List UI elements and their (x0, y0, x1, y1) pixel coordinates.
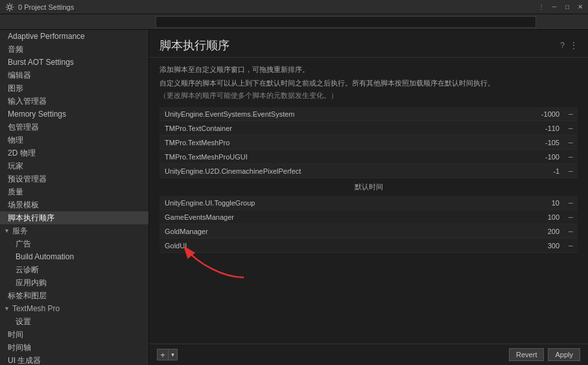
remove-script-button[interactable]: − (563, 196, 578, 210)
sidebar-item-tags-layers[interactable]: 标签和图层 (0, 289, 148, 302)
sidebar-item-preset-manager[interactable]: 预设管理器 (0, 172, 148, 185)
help-icon[interactable]: ? (560, 41, 565, 50)
description-1: 添加脚本至自定义顺序窗口，可拖拽重新排序。 (159, 64, 578, 75)
sidebar-item-ads[interactable]: 广告 (0, 237, 148, 250)
script-row-3[interactable]: TMPro.TextMeshProUGUI -100 − (159, 150, 578, 164)
apply-button[interactable]: Apply (548, 348, 580, 361)
sidebar-item-adaptive-performance[interactable]: Adaptive Performance (0, 30, 148, 43)
remove-script-button[interactable]: − (563, 150, 578, 164)
main-layout: Adaptive Performance 音频 Burst AOT Settin… (0, 30, 588, 365)
script-value: -1000 (512, 110, 563, 118)
content-header: 脚本执行顺序 ? ⋮ (149, 30, 588, 58)
minimize-icon[interactable]: ─ (549, 2, 559, 12)
script-value: 300 (512, 242, 563, 250)
sidebar-item-input-manager[interactable]: 输入管理器 (0, 95, 148, 108)
script-value: 100 (512, 213, 563, 221)
sidebar-label: 云诊断 (16, 265, 39, 276)
description-3: （更改脚本的顺序可能使多个脚本的元数据发生变化。） (159, 91, 578, 100)
sidebar-item-quality[interactable]: 质量 (0, 185, 148, 198)
description-2: 自定义顺序的脚本可以从上到下在默认时间之前或之后执行。所有其他脚本按照加载顺序在… (159, 78, 578, 89)
sidebar-label: Build Automation (16, 252, 74, 261)
sidebar-label: 预设管理器 (8, 174, 47, 185)
script-row-after-1[interactable]: GameEventsManager 100 − (159, 210, 578, 224)
script-value: -105 (512, 139, 563, 147)
sidebar: Adaptive Performance 音频 Burst AOT Settin… (0, 30, 149, 365)
script-row-2[interactable]: TMPro.TextMeshPro -105 − (159, 135, 578, 150)
sidebar-item-cloud-diagnostics[interactable]: 云诊断 (0, 263, 148, 276)
footer-actions: Revert Apply (509, 348, 580, 361)
sidebar-label: 广告 (16, 239, 31, 250)
remove-script-button[interactable]: − (563, 164, 578, 178)
sidebar-label: 玩家 (8, 161, 23, 172)
add-script-controls: + ▼ (157, 349, 178, 360)
close-icon[interactable]: ✕ (575, 2, 585, 12)
sidebar-item-memory-settings[interactable]: Memory Settings (0, 108, 148, 121)
sidebar-item-audio[interactable]: 音频 (0, 43, 148, 56)
maximize-icon[interactable]: □ (562, 2, 572, 12)
remove-script-button[interactable]: − (563, 135, 578, 150)
script-row-1[interactable]: TMPro.TextContainer -110 − (159, 121, 578, 135)
script-name: UnityEngine.EventSystems.EventSystem (159, 110, 512, 118)
script-row-after-3[interactable]: GoldUI 300 − (159, 239, 578, 253)
sidebar-item-package-manager[interactable]: 包管理器 (0, 121, 148, 134)
script-value: -110 (512, 124, 563, 132)
sidebar-item-settings[interactable]: 设置 (0, 315, 148, 328)
sidebar-item-time[interactable]: 时间 (0, 328, 148, 341)
revert-button[interactable]: Revert (509, 348, 544, 361)
search-input[interactable] (160, 18, 532, 26)
annotation-arrow (185, 245, 263, 284)
remove-script-button[interactable]: − (563, 210, 578, 224)
sidebar-label: 物理 (8, 135, 23, 146)
script-row-4[interactable]: UnityEngine.U2D.CinemachinePixelPerfect … (159, 164, 578, 178)
sidebar-item-scene-template[interactable]: 场景模板 (0, 198, 148, 211)
chevron-down-icon: ▼ (4, 305, 10, 312)
remove-script-button[interactable]: − (563, 239, 578, 253)
header-icons: ? ⋮ (560, 41, 578, 50)
sidebar-label: 脚本执行顺序 (8, 213, 54, 224)
page-title: 脚本执行顺序 (159, 38, 229, 53)
sidebar-label: UI 生成器 (8, 355, 41, 366)
sidebar-item-editor[interactable]: 编辑器 (0, 69, 148, 82)
script-value: 200 (512, 228, 563, 235)
title-bar-controls: ⋮ ─ □ ✕ (536, 0, 585, 14)
sidebar-item-player[interactable]: 玩家 (0, 159, 148, 172)
sidebar-item-physics[interactable]: 物理 (0, 134, 148, 147)
content-body: 添加脚本至自定义顺序窗口，可拖拽重新排序。 自定义顺序的脚本可以从上到下在默认时… (149, 58, 588, 344)
sidebar-item-script-execution[interactable]: 脚本执行顺序 (0, 211, 148, 224)
script-name: UnityEngine.UI.ToggleGroup (159, 199, 512, 207)
search-wrap[interactable] (156, 16, 536, 28)
default-time-header: 默认时间 (159, 178, 578, 196)
remove-script-button[interactable]: − (563, 224, 578, 239)
sidebar-label: TextMesh Pro (12, 304, 60, 313)
sidebar-group-services[interactable]: ▼ 服务 (0, 224, 148, 237)
script-row-after-2[interactable]: GoldManager 200 − (159, 224, 578, 239)
title-bar: 0 Project Settings ⋮ ─ □ ✕ (0, 0, 588, 14)
sidebar-label: 音频 (8, 44, 23, 55)
sidebar-label: 时间 (8, 329, 23, 340)
sidebar-label: Adaptive Performance (8, 32, 85, 41)
script-name: TMPro.TextMeshProUGUI (159, 153, 512, 161)
remove-script-button[interactable]: − (563, 107, 578, 121)
sidebar-item-ui-builder[interactable]: UI 生成器 (0, 354, 148, 365)
script-row-after-0[interactable]: UnityEngine.UI.ToggleGroup 10 − (159, 196, 578, 210)
sidebar-group-textmesh[interactable]: ▼ TextMesh Pro (0, 302, 148, 315)
sidebar-item-timeline[interactable]: 时间轴 (0, 341, 148, 354)
add-script-button[interactable]: + (157, 349, 169, 360)
sidebar-item-graphics[interactable]: 图形 (0, 82, 148, 95)
more-options-icon[interactable]: ⋮ (536, 2, 547, 12)
script-name: TMPro.TextMeshPro (159, 139, 512, 147)
sidebar-label: 时间轴 (8, 342, 31, 353)
content-area: 脚本执行顺序 ? ⋮ 添加脚本至自定义顺序窗口，可拖拽重新排序。 自定义顺序的脚… (149, 30, 588, 365)
remove-script-button[interactable]: − (563, 121, 578, 135)
search-bar (0, 14, 588, 30)
chevron-down-icon: ▼ (4, 228, 10, 234)
sidebar-item-build-automation[interactable]: Build Automation (0, 250, 148, 263)
sidebar-item-in-app-purchase[interactable]: 应用内购 (0, 276, 148, 289)
script-row-0[interactable]: UnityEngine.EventSystems.EventSystem -10… (159, 107, 578, 121)
add-script-dropdown[interactable]: ▼ (169, 349, 178, 360)
more-options-icon[interactable]: ⋮ (570, 41, 578, 50)
sidebar-label: 设置 (16, 316, 31, 327)
script-name: GoldUI (159, 242, 512, 250)
sidebar-item-burst-aot[interactable]: Burst AOT Settings (0, 56, 148, 69)
sidebar-item-physics2d[interactable]: 2D 物理 (0, 147, 148, 159)
